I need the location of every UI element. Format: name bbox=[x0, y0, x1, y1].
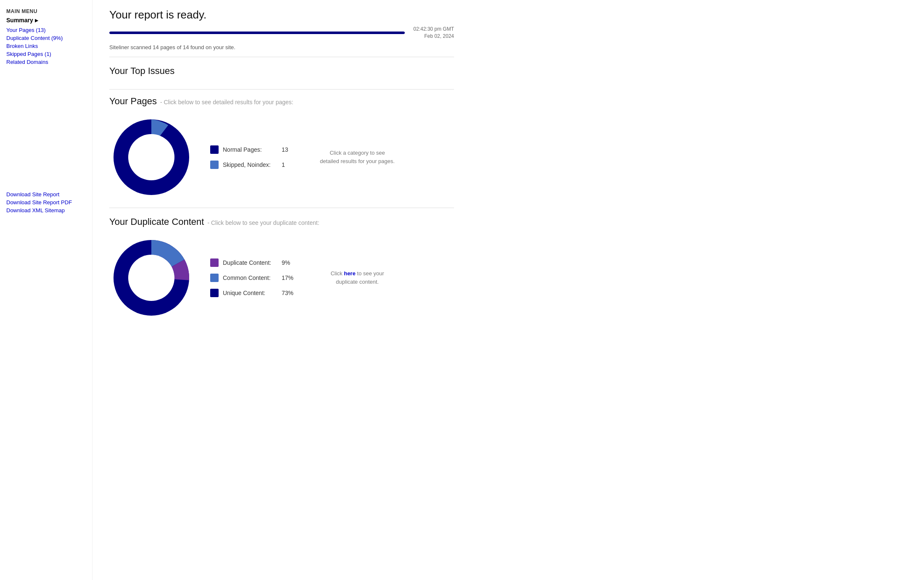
scan-date-value: Feb 02, 2024 bbox=[424, 33, 454, 39]
broken-links-link[interactable]: Broken Links bbox=[6, 43, 86, 49]
duplicate-legend-unique[interactable]: Unique Content: 73% bbox=[210, 289, 294, 297]
duplicate-legend-common[interactable]: Common Content: 17% bbox=[210, 274, 294, 282]
duplicate-donut-chart[interactable] bbox=[109, 236, 193, 320]
duplicate-section-title: Your Duplicate Content bbox=[109, 216, 204, 227]
normal-pages-label: Normal Pages: bbox=[223, 146, 277, 153]
unique-content-color bbox=[210, 289, 219, 297]
duplicate-click-hint: Click here to see your duplicate content… bbox=[319, 269, 395, 286]
related-domains-link[interactable]: Related Domains bbox=[6, 59, 86, 65]
skipped-pages-link[interactable]: Skipped Pages (1) bbox=[6, 51, 86, 57]
duplicate-chart-area: Duplicate Content: 9% Common Content: 17… bbox=[109, 236, 454, 320]
duplicate-legend: Duplicate Content: 9% Common Content: 17… bbox=[210, 258, 294, 297]
pages-section: Your Pages - Click below to see detailed… bbox=[109, 96, 454, 208]
common-content-pct: 17% bbox=[282, 274, 294, 281]
scan-info: Siteliner scanned 14 pages of 14 found o… bbox=[109, 44, 454, 57]
skipped-pages-color bbox=[210, 161, 219, 169]
svg-point-1 bbox=[128, 134, 174, 180]
pages-section-header: Your Pages - Click below to see detailed… bbox=[109, 96, 454, 107]
duplicate-content-pct: 9% bbox=[282, 259, 294, 266]
scan-time: 02:42:30 pm GMT Feb 02, 2024 bbox=[413, 26, 454, 40]
unique-content-label: Unique Content: bbox=[223, 290, 277, 296]
duplicate-hint-pre: Click bbox=[330, 270, 344, 277]
progress-bar-fill bbox=[109, 32, 405, 34]
top-issues-title: Your Top Issues bbox=[109, 66, 454, 76]
skipped-pages-count: 1 bbox=[282, 161, 294, 168]
progress-bar-track bbox=[109, 32, 405, 34]
normal-pages-count: 13 bbox=[282, 146, 294, 153]
pages-chart-area: Normal Pages: 13 Skipped, Noindex: 1 Cli… bbox=[109, 115, 454, 199]
pages-legend-normal[interactable]: Normal Pages: 13 bbox=[210, 145, 294, 154]
skipped-pages-label: Skipped, Noindex: bbox=[223, 161, 277, 168]
pages-section-title: Your Pages bbox=[109, 96, 157, 107]
scan-time-value: 02:42:30 pm GMT bbox=[413, 26, 454, 32]
pages-donut-chart[interactable] bbox=[109, 115, 193, 199]
sidebar-downloads: Download Site Report Download Site Repor… bbox=[6, 191, 86, 214]
pages-click-hint: Click a category to see detailed results… bbox=[319, 149, 395, 165]
duplicate-content-link[interactable]: Duplicate Content (9%) bbox=[6, 35, 86, 41]
duplicate-section-header: Your Duplicate Content - Click below to … bbox=[109, 216, 454, 227]
unique-content-pct: 73% bbox=[282, 290, 294, 296]
progress-bar-container: 02:42:30 pm GMT Feb 02, 2024 bbox=[109, 26, 454, 40]
common-content-label: Common Content: bbox=[223, 274, 277, 281]
common-content-color bbox=[210, 274, 219, 282]
summary-label: Summary bbox=[6, 17, 33, 24]
sidebar-summary: Summary ▶ bbox=[6, 17, 86, 24]
duplicate-content-color bbox=[210, 258, 219, 267]
summary-arrow: ▶ bbox=[35, 18, 38, 23]
svg-point-3 bbox=[128, 255, 174, 301]
duplicate-here-link[interactable]: here bbox=[344, 270, 355, 277]
duplicate-content-label: Duplicate Content: bbox=[223, 259, 277, 266]
download-xml-sitemap-link[interactable]: Download XML Sitemap bbox=[6, 207, 86, 214]
duplicate-section-subtitle: - Click below to see your duplicate cont… bbox=[207, 219, 319, 226]
pages-legend: Normal Pages: 13 Skipped, Noindex: 1 bbox=[210, 145, 294, 169]
download-site-report-link[interactable]: Download Site Report bbox=[6, 191, 86, 198]
normal-pages-color bbox=[210, 145, 219, 154]
download-site-report-pdf-link[interactable]: Download Site Report PDF bbox=[6, 199, 86, 206]
sidebar: MAIN MENU Summary ▶ Your Pages (13) Dupl… bbox=[0, 0, 92, 580]
main-menu-label: MAIN MENU bbox=[6, 8, 86, 14]
pages-legend-skipped[interactable]: Skipped, Noindex: 1 bbox=[210, 161, 294, 169]
your-pages-link[interactable]: Your Pages (13) bbox=[6, 27, 86, 33]
main-content: Your report is ready. 02:42:30 pm GMT Fe… bbox=[92, 0, 471, 580]
duplicate-section: Your Duplicate Content - Click below to … bbox=[109, 216, 454, 328]
duplicate-legend-duplicate[interactable]: Duplicate Content: 9% bbox=[210, 258, 294, 267]
top-issues-section: Your Top Issues bbox=[109, 66, 454, 90]
pages-section-subtitle: - Click below to see detailed results fo… bbox=[160, 99, 293, 105]
report-title: Your report is ready. bbox=[109, 8, 454, 21]
